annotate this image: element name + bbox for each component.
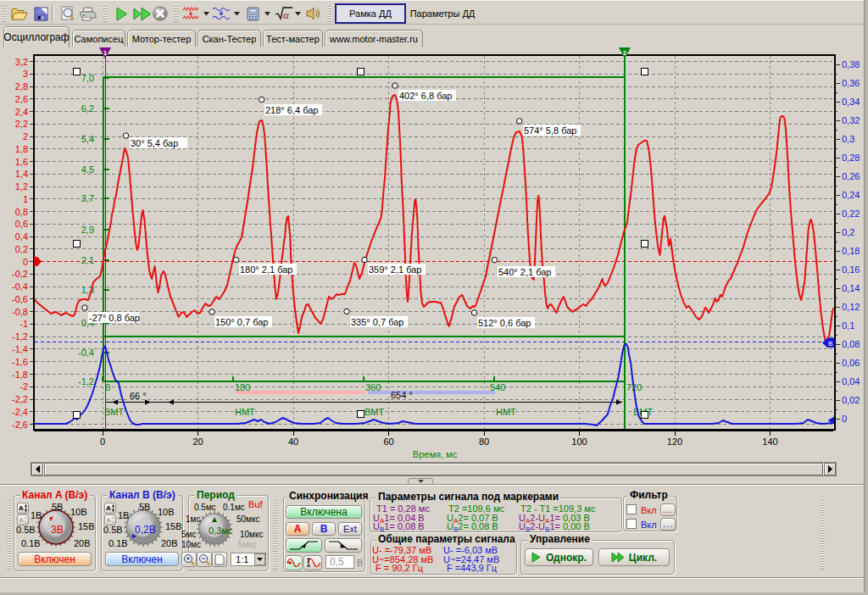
svg-text:140: 140 xyxy=(762,437,777,447)
svg-text:2: 2 xyxy=(623,49,627,57)
svg-text:0,2: 0,2 xyxy=(15,244,28,254)
svg-text:1,8: 1,8 xyxy=(15,144,28,154)
svg-text:0,02: 0,02 xyxy=(842,395,860,405)
svg-text:0,06: 0,06 xyxy=(842,358,860,368)
svg-text:100: 100 xyxy=(571,437,587,447)
svg-text:-1: -1 xyxy=(19,319,28,329)
svg-text:-1,2: -1,2 xyxy=(78,376,94,386)
svg-text:1: 1 xyxy=(23,194,28,204)
svg-text:3: 3 xyxy=(23,69,28,79)
svg-text:218° 6,4 бар: 218° 6,4 бар xyxy=(265,105,318,115)
svg-text:-2,6: -2,6 xyxy=(12,420,28,430)
svg-text:0,28: 0,28 xyxy=(842,153,860,163)
svg-text:B: B xyxy=(828,340,832,348)
svg-text:-0,8: -0,8 xyxy=(12,307,28,317)
svg-text:574° 5,8 бар: 574° 5,8 бар xyxy=(524,125,576,136)
svg-text:α: α xyxy=(283,8,290,20)
svg-text:2,8: 2,8 xyxy=(15,81,28,92)
svg-text:654 °: 654 ° xyxy=(391,390,413,400)
svg-text:180° 2,1 бар: 180° 2,1 бар xyxy=(240,264,292,275)
svg-text:0: 0 xyxy=(23,257,28,267)
svg-text:0,32: 0,32 xyxy=(842,115,860,125)
svg-text:0,1: 0,1 xyxy=(842,320,854,331)
svg-text:-0,2: -0,2 xyxy=(12,269,28,279)
svg-text:0,22: 0,22 xyxy=(842,209,860,219)
svg-text:335° 0,7 бар: 335° 0,7 бар xyxy=(351,317,403,327)
svg-text:2,1: 2,1 xyxy=(81,255,94,265)
svg-text:1,4: 1,4 xyxy=(15,169,28,179)
svg-text:1,6: 1,6 xyxy=(15,157,28,167)
svg-text:150° 0,7 бар: 150° 0,7 бар xyxy=(215,317,268,327)
svg-text:359° 2,1 бар: 359° 2,1 бар xyxy=(369,264,421,275)
svg-text:2,4: 2,4 xyxy=(15,107,28,117)
svg-text:60: 60 xyxy=(383,437,393,447)
svg-text:0,4: 0,4 xyxy=(15,231,28,242)
svg-text:1,2: 1,2 xyxy=(15,181,28,192)
svg-text:-1,6: -1,6 xyxy=(12,357,28,367)
svg-text:80: 80 xyxy=(479,437,489,447)
svg-text:40: 40 xyxy=(288,437,298,447)
svg-text:0,34: 0,34 xyxy=(842,97,860,107)
svg-text:0,14: 0,14 xyxy=(842,283,860,293)
svg-text:0: 0 xyxy=(842,414,847,424)
svg-text:6,2: 6,2 xyxy=(81,103,94,114)
svg-text:540° 2,1 бар: 540° 2,1 бар xyxy=(498,267,551,277)
svg-text:1: 1 xyxy=(103,49,108,57)
svg-text:-2: -2 xyxy=(19,381,28,392)
svg-text:НМТ: НМТ xyxy=(235,407,255,417)
svg-text:-0,4: -0,4 xyxy=(12,281,28,292)
svg-text:3,2: 3,2 xyxy=(15,57,28,67)
svg-text:120: 120 xyxy=(667,437,682,447)
svg-text:66 °: 66 ° xyxy=(130,391,147,401)
svg-text:0,24: 0,24 xyxy=(842,190,860,200)
svg-text:-1,4: -1,4 xyxy=(12,344,28,354)
svg-text:20: 20 xyxy=(192,437,203,447)
svg-text:0,38: 0,38 xyxy=(842,59,860,70)
svg-text:0,36: 0,36 xyxy=(842,78,860,88)
svg-text:30° 5,4 бар: 30° 5,4 бар xyxy=(131,138,178,148)
svg-text:0,08: 0,08 xyxy=(842,339,860,349)
svg-text:3,7: 3,7 xyxy=(81,193,94,203)
svg-text:2,9: 2,9 xyxy=(81,225,94,235)
svg-text:2,6: 2,6 xyxy=(15,94,28,104)
svg-text:-2,4: -2,4 xyxy=(12,407,28,417)
svg-text:Время, мс: Время, мс xyxy=(413,449,458,459)
svg-text:0,18: 0,18 xyxy=(842,246,860,256)
svg-text:4,5: 4,5 xyxy=(81,164,94,175)
svg-text:7,0: 7,0 xyxy=(81,73,94,83)
svg-text:0,26: 0,26 xyxy=(842,171,860,181)
svg-text:2: 2 xyxy=(23,131,28,142)
svg-text:-0,6: -0,6 xyxy=(12,294,28,304)
svg-text:2,2: 2,2 xyxy=(15,119,28,129)
svg-text:402° 6,8 бар: 402° 6,8 бар xyxy=(399,91,452,101)
svg-text:-27° 0,8 бар: -27° 0,8 бар xyxy=(89,313,140,323)
svg-text:-1,8: -1,8 xyxy=(12,370,28,380)
svg-text:0,2: 0,2 xyxy=(842,227,854,237)
svg-text:-2,2: -2,2 xyxy=(12,394,28,404)
svg-text:0,6: 0,6 xyxy=(15,219,28,229)
svg-text:5,4: 5,4 xyxy=(81,134,94,144)
svg-text:0,04: 0,04 xyxy=(842,376,860,386)
svg-text:0,16: 0,16 xyxy=(842,264,860,275)
svg-text:ВМТ: ВМТ xyxy=(104,407,125,417)
svg-text:0: 0 xyxy=(100,437,105,447)
svg-text:0,8: 0,8 xyxy=(15,207,28,217)
svg-text:0: 0 xyxy=(105,382,110,392)
svg-text:ВМТ: ВМТ xyxy=(364,407,385,417)
svg-text:НМТ: НМТ xyxy=(496,407,516,417)
svg-text:-1,2: -1,2 xyxy=(12,331,28,342)
svg-text:0,12: 0,12 xyxy=(842,302,860,312)
svg-text:0,3: 0,3 xyxy=(842,134,854,144)
svg-text:512° 0,6 бар: 512° 0,6 бар xyxy=(478,318,531,328)
svg-text:-0,4: -0,4 xyxy=(78,348,94,358)
